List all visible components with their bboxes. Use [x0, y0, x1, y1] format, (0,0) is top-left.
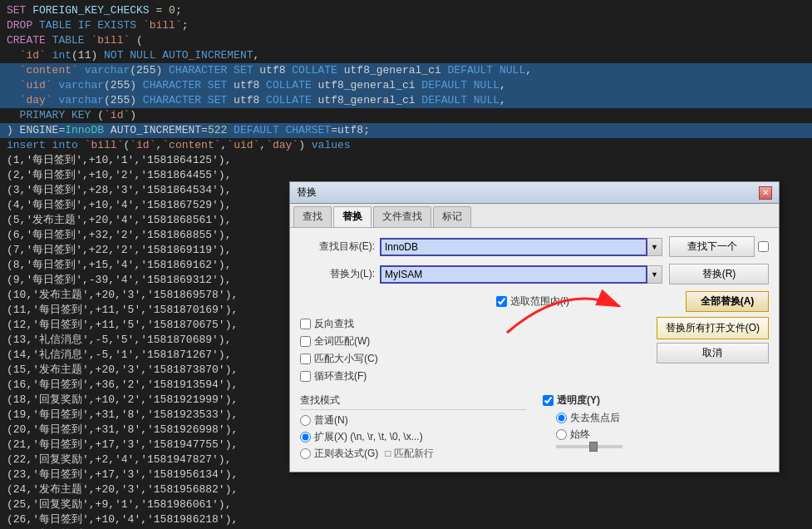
tab-mark[interactable]: 标记: [433, 206, 471, 227]
replace-dialog: 替换 ✕ 查找 替换 文件查找 标记 查找目标(E): ▼ 查找下一个: [289, 181, 780, 472]
transparency-checkbox[interactable]: [543, 395, 554, 406]
radio-extended-input[interactable]: [300, 432, 311, 442]
match-case-label: 匹配大小写(C): [314, 352, 378, 366]
bottom-section: 查找模式 普通(N) 扩展(X) (\n, \r, \t, \0, \x...)…: [300, 393, 769, 463]
whole-word-label: 全词匹配(W): [314, 334, 370, 349]
checkbox-whole-word: 全词匹配(W): [300, 334, 650, 349]
find-combo-arrow[interactable]: ▼: [647, 238, 662, 256]
find-next-button[interactable]: 查找下一个: [669, 236, 755, 257]
checkbox-match-case: 匹配大小写(C): [300, 352, 650, 366]
replace-btn-row: 替换(R): [669, 264, 769, 284]
dialog-close-button[interactable]: ✕: [759, 186, 772, 200]
radio-always: 始终: [556, 428, 769, 442]
cancel-button[interactable]: 取消: [657, 343, 769, 363]
dialog-backdrop: 替换 ✕ 查找 替换 文件查找 标记 查找目标(E): ▼ 查找下一个: [0, 0, 812, 529]
radio-normal-input[interactable]: [300, 415, 311, 426]
replace-label: 替换为(L):: [300, 267, 375, 281]
radio-lose-focus-input[interactable]: [556, 413, 567, 423]
regex-newline-label: □ 匹配新行: [385, 447, 434, 461]
find-label: 查找目标(E):: [300, 240, 375, 254]
tab-file-find[interactable]: 文件查找: [373, 206, 431, 227]
search-mode-section: 查找模式 普通(N) 扩展(X) (\n, \r, \t, \0, \x...)…: [300, 393, 526, 463]
wrap-search-checkbox[interactable]: [300, 371, 311, 382]
checkbox-reverse: 反向查找: [300, 317, 650, 331]
radio-normal: 普通(N): [300, 413, 526, 428]
radio-regex-label: 正则表达式(G): [314, 447, 378, 461]
replace-button[interactable]: 替换(R): [669, 264, 769, 284]
replace-all-button[interactable]: 全部替换(A): [686, 291, 769, 312]
buttons-col: 替换所有打开文件(O) 取消: [650, 317, 769, 387]
radio-lose-focus-label: 失去焦点后: [570, 411, 620, 425]
dialog-body: 查找目标(E): ▼ 查找下一个 替换为(L): ▼: [290, 228, 779, 472]
find-input[interactable]: [380, 238, 647, 256]
find-row: 查找目标(E): ▼ 查找下一个: [300, 236, 769, 257]
radio-regex: 正则表达式(G) □ 匹配新行: [300, 447, 526, 461]
replace-input-combo: ▼: [380, 265, 662, 284]
wrap-search-label: 循环查找(F): [314, 369, 367, 383]
find-btn-row: 查找下一个: [669, 236, 769, 257]
tab-find[interactable]: 查找: [293, 206, 332, 227]
replace-row: 替换为(L): ▼ 替换(R): [300, 264, 769, 284]
radio-extended-label: 扩展(X) (\n, \r, \t, \0, \x...): [314, 430, 423, 444]
radio-lose-focus: 失去焦点后: [556, 411, 769, 425]
in-selection-label: 选取范围内(I): [510, 294, 569, 309]
reverse-search-checkbox[interactable]: [300, 319, 311, 329]
dialog-title: 替换: [297, 185, 317, 200]
radio-always-label: 始终: [570, 428, 590, 442]
replace-combo-arrow[interactable]: ▼: [647, 265, 662, 284]
transparency-section: 透明度(Y) 失去焦点后 始终: [543, 393, 769, 463]
radio-extended: 扩展(X) (\n, \r, \t, \0, \x...): [300, 430, 526, 444]
replace-input[interactable]: [380, 265, 647, 284]
in-selection-checkbox[interactable]: [496, 296, 507, 307]
reverse-search-label: 反向查找: [314, 317, 354, 331]
dialog-tabs: 查找 替换 文件查找 标记: [290, 204, 779, 228]
transparency-title: 透明度(Y): [557, 393, 600, 408]
checkboxes-col: 反向查找 全词匹配(W) 匹配大小写(C) 循环查找(F): [300, 317, 650, 387]
tab-replace[interactable]: 替换: [333, 206, 372, 227]
whole-word-checkbox[interactable]: [300, 336, 311, 347]
radio-regex-input[interactable]: [300, 448, 311, 459]
middle-section: 反向查找 全词匹配(W) 匹配大小写(C) 循环查找(F): [300, 317, 769, 387]
match-case-checkbox[interactable]: [300, 353, 311, 364]
checkbox-wrap: 循环查找(F): [300, 369, 650, 383]
search-mode-title: 查找模式: [300, 393, 526, 410]
radio-normal-label: 普通(N): [314, 413, 348, 428]
replace-open-files-button[interactable]: 替换所有打开文件(O): [657, 317, 769, 339]
dialog-titlebar: 替换 ✕: [290, 182, 779, 204]
find-input-combo: ▼: [380, 238, 662, 256]
slider-row: [556, 445, 769, 448]
radio-always-input[interactable]: [556, 429, 567, 440]
find-next-checkbox[interactable]: [758, 241, 769, 252]
transparency-slider[interactable]: [556, 445, 623, 448]
